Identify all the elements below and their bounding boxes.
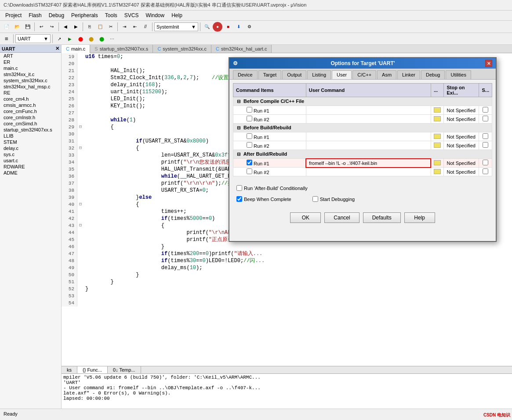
after-run2-file-btn[interactable] [431,168,444,176]
build-run2-checkbox[interactable] [247,142,252,148]
dialog-tab-user[interactable]: User [332,70,352,79]
after-run1-command[interactable]: fromelf --bin !L -o ..\f407-keil.bin [306,159,431,168]
build-run2-stop-cb[interactable] [483,142,488,148]
save-btn[interactable]: 💾 [23,22,33,32]
build-run1-stop-cb[interactable] [483,133,488,139]
tb2-yellow[interactable]: ⬤ [86,34,96,44]
tb2-green2[interactable]: ⬤ [97,34,106,44]
dialog-tab-asm[interactable]: Asm [377,70,396,79]
compile-run1-file-btn[interactable] [431,106,444,115]
tab-startup[interactable]: S startup_stm32f407xx.s [90,45,153,53]
cb-beep-input[interactable] [236,196,242,202]
dialog-tab-linker[interactable]: Linker [397,70,420,79]
sidebar-item-delay[interactable]: delay.c [0,145,61,151]
tree-collapse-compile[interactable]: ⊟ [236,99,241,104]
tb2-stop-red[interactable]: ⬤ [76,34,85,44]
compile-run2-checkbox[interactable] [247,116,252,121]
after-run2-stop-cb[interactable] [483,168,488,174]
menu-flash[interactable]: Flash [25,11,45,19]
forward-btn[interactable]: ▶ [71,22,81,32]
compile-run1-checkbox[interactable] [247,107,252,113]
dialog-cancel-btn[interactable]: Cancel [324,212,359,223]
menu-project[interactable]: Project [2,11,25,19]
sidebar-item-re[interactable]: RE [0,90,61,96]
sidebar-item-simd[interactable]: core_cmSimd.h [0,121,61,127]
menu-help[interactable]: Help [168,11,186,19]
sidebar-item-msp[interactable]: stm32f4xx_hal_msp.c [0,84,61,90]
tab-system[interactable]: C system_stm32f4xx.c [153,45,211,53]
sidebar-item-rdware[interactable]: RDWARE [0,164,61,170]
back-btn[interactable]: ◀ [61,22,70,32]
paste-btn[interactable]: 📋 [95,22,105,32]
tree-collapse-build[interactable]: ⊟ [236,125,241,131]
tree-collapse-after[interactable]: ⊟ [236,152,241,157]
dialog-tab-cpp[interactable]: C/C++ [352,70,376,79]
copy-btn[interactable]: ⎘ [85,22,94,32]
dialog-close-btn[interactable]: ✕ [485,60,492,67]
bottom-tab-func[interactable]: {} Func... [77,366,108,373]
dialog-ok-btn[interactable]: OK [290,212,321,223]
find-btn[interactable]: 🔍 [202,22,212,32]
cb-after-build-input[interactable] [236,185,242,191]
tb2-more[interactable]: ⋯ [107,34,117,44]
menu-debug[interactable]: Debug [45,11,68,19]
compile-run2-file-btn[interactable] [431,115,444,124]
after-run1-stop-cb[interactable] [483,160,488,165]
dialog-tab-utilities[interactable]: Utilities [446,70,471,79]
sidebar-item-startup[interactable]: startup_stm32f407xx.s [0,127,61,133]
sidebar-item-stem[interactable]: STEM [0,139,61,145]
after-run1-checkbox[interactable] [247,160,252,165]
dialog-help-btn[interactable]: Help [404,212,435,223]
sidebar-item-mainc[interactable]: main.c [0,65,61,71]
build-run1-checkbox[interactable] [247,133,252,139]
sidebar-item-system[interactable]: system_stm32f4xx.c [0,77,61,84]
sidebar-item-cm4[interactable]: core_cm4.h [0,96,61,102]
tb2-btn1[interactable]: ⊞ [2,34,11,44]
outdent-btn[interactable]: ⇤ [130,22,140,32]
build-run1-file-btn[interactable] [431,132,444,141]
tb2-cursor[interactable]: ↗ [54,34,64,44]
sidebar-item-adme[interactable]: ADME [0,170,61,176]
dialog-tab-target[interactable]: Target [258,70,282,79]
sidebar-item-er[interactable]: ER [0,59,61,65]
compile-run2-command[interactable] [306,115,431,124]
cb-start-debug[interactable]: Start Debugging [312,196,355,202]
build-run2-command[interactable] [306,141,431,150]
redo-btn[interactable]: ↪ [47,22,57,32]
sidebar-item-sys[interactable]: sys.c [0,151,61,157]
dialog-tab-listing[interactable]: Listing [307,70,331,79]
menu-svcs[interactable]: SVCS [121,11,142,19]
menu-peripherals[interactable]: Peripherals [68,11,102,19]
open-btn[interactable]: 📂 [12,22,22,32]
dialog-tab-debug[interactable]: Debug [421,70,445,79]
dialog-defaults-btn[interactable]: Defaults [363,212,401,223]
comment-btn[interactable]: // [141,22,150,32]
build-run1-command[interactable] [306,132,431,141]
sidebar-item-llib[interactable]: LLIB [0,133,61,139]
compile-run1-stop-cb[interactable] [483,107,488,113]
sidebar-item-usart[interactable]: usart.c [0,157,61,164]
sidebar-item-armcc[interactable]: cmsis_armcc.h [0,102,61,108]
sidebar-item-art[interactable]: ART [0,53,61,59]
bottom-tab-ks[interactable]: ks [62,366,77,373]
uart-dropdown[interactable]: UART ▼ [15,34,51,43]
compile-run1-command[interactable] [306,106,431,115]
cb-after-build[interactable]: Run 'After-Build' Conditionally [236,185,308,191]
sidebar-item-instr[interactable]: core_cmInstr.h [0,114,61,121]
indent-btn[interactable]: ⇥ [120,22,129,32]
function-dropdown[interactable]: SystemInit ▼ [154,22,198,31]
cut-btn[interactable]: ✂ [106,22,116,32]
dialog-tab-output[interactable]: Output [282,70,306,79]
build-btn[interactable]: ● [213,22,222,32]
after-run2-command[interactable] [306,168,431,176]
new-btn[interactable]: 📄 [2,22,11,32]
cb-start-debug-input[interactable] [312,196,318,202]
dialog-tab-device[interactable]: Device [233,70,258,79]
download-btn[interactable]: ⬇ [234,22,243,32]
tab-mainc[interactable]: C main.c [62,45,90,53]
after-run2-checkbox[interactable] [247,168,252,174]
sidebar-close[interactable]: ✕ [55,46,59,51]
after-run1-file-btn[interactable] [431,159,444,168]
tb2-run[interactable]: ▶ [65,34,75,44]
undo-btn[interactable]: ↩ [36,22,46,32]
